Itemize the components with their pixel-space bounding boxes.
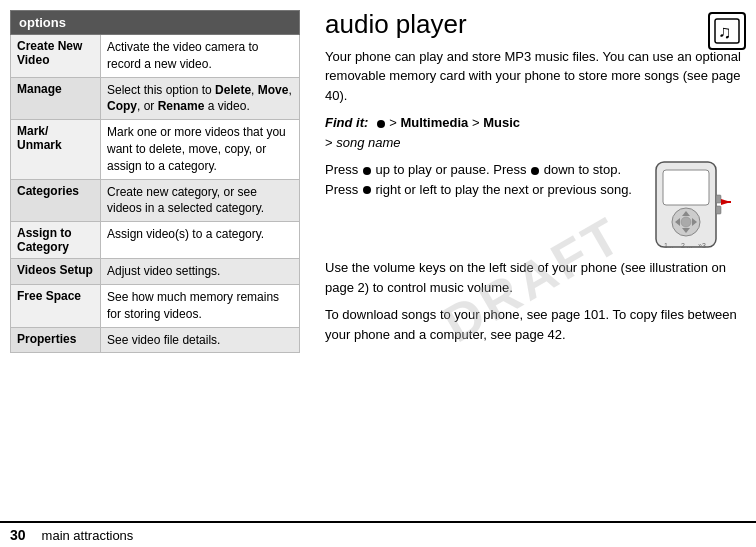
audio-icon: ♫ [708,12,746,50]
song-name-label: song name [336,135,400,150]
key-delete: Delete [215,83,251,97]
option-label: Assign to Category [11,222,101,259]
intro-text: Your phone can play and store MP3 music … [325,47,741,106]
option-label: Mark/ Unmark [11,120,101,179]
option-label: Categories [11,179,101,222]
option-description: Activate the video camera to record a ne… [101,35,300,78]
table-row: Videos Setup Adjust video settings. [11,259,300,285]
key-move: Move [258,83,289,97]
page-number: 30 [10,527,26,543]
svg-text:»3: »3 [698,242,706,249]
option-description: Assign video(s) to a category. [101,222,300,259]
multimedia-label: Multimedia [400,115,468,130]
svg-rect-10 [716,195,721,203]
nav-dot-up-icon [363,167,371,175]
right-column: ♫ audio player Your phone can play and s… [310,10,756,547]
option-description: Select this option to Delete, Move, Copy… [101,77,300,120]
press-text: Press up to play or pause. Press down to… [325,160,636,250]
phone-illustration: 1... 2 ... »3 [646,160,741,250]
press-section: Press up to play or pause. Press down to… [325,160,741,250]
footer-label: main attractions [42,528,134,543]
nav-dot-icon [377,120,385,128]
option-label: Videos Setup [11,259,101,285]
volume-text: Use the volume keys on the left side of … [325,258,741,297]
svg-text:2 ...: 2 ... [681,242,693,249]
option-description: Adjust video settings. [101,259,300,285]
footer-bar: 30 main attractions [0,521,756,547]
svg-text:1...: 1... [664,242,674,249]
nav-dot-down-icon [531,167,539,175]
audio-icon-container: ♫ [708,12,746,50]
option-description: Mark one or more videos that you want to… [101,120,300,179]
key-rename: Rename [158,99,205,113]
svg-rect-11 [716,206,721,214]
option-label: Manage [11,77,101,120]
svg-text:♫: ♫ [718,22,732,42]
option-description: See how much memory remains for storing … [101,284,300,327]
table-row: Free Space See how much memory remains f… [11,284,300,327]
download-text: To download songs to your phone, see pag… [325,305,741,344]
option-description: See video file details. [101,327,300,353]
table-row: Manage Select this option to Delete, Mov… [11,77,300,120]
phone-svg: 1... 2 ... »3 [646,160,741,250]
table-row: Mark/ Unmark Mark one or more videos tha… [11,120,300,179]
find-it-block: Find it: > Multimedia > Music > song nam… [325,113,741,152]
svg-rect-3 [663,170,709,205]
music-label: Music [483,115,520,130]
option-label: Create New Video [11,35,101,78]
nav-dot-right-icon [363,186,371,194]
table-row: Properties See video file details. [11,327,300,353]
options-table: options Create New Video Activate the vi… [10,10,300,353]
table-header: options [11,11,300,35]
option-description: Create new category, or see videos in a … [101,179,300,222]
table-row: Assign to Category Assign video(s) to a … [11,222,300,259]
svg-point-5 [681,217,691,227]
left-column: options Create New Video Activate the vi… [0,10,310,547]
key-copy: Copy [107,99,137,113]
music-note-icon: ♫ [713,17,741,45]
table-row: Categories Create new category, or see v… [11,179,300,222]
option-label: Free Space [11,284,101,327]
section-title: audio player [325,10,741,39]
find-it-label: Find it: [325,115,368,130]
table-row: Create New Video Activate the video came… [11,35,300,78]
option-label: Properties [11,327,101,353]
table-body: Create New Video Activate the video came… [11,35,300,353]
